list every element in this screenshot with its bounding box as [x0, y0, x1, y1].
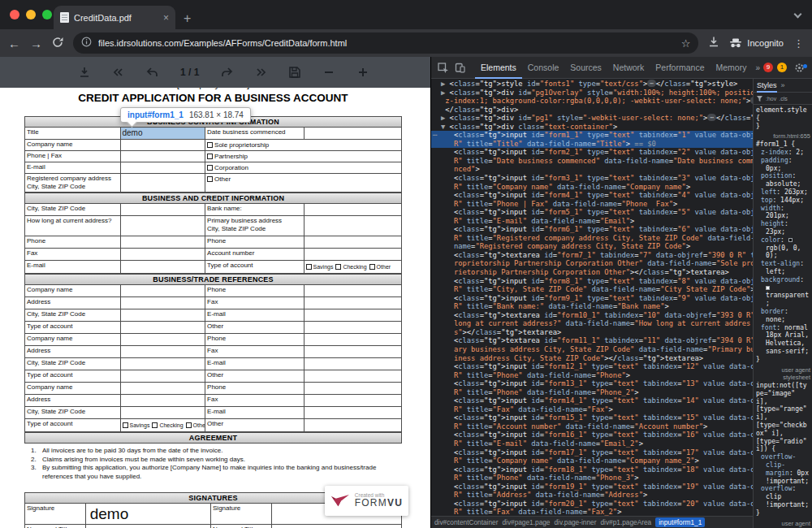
checkbox-option[interactable]: Sole proprietorship: [205, 140, 401, 150]
checkbox-option[interactable]: Other: [205, 174, 401, 192]
css-declaration[interactable]: border: none;: [758, 308, 810, 324]
code-line[interactable]: R" title="Bank name:" data-field-name="B…: [431, 302, 753, 311]
undo-icon[interactable]: [146, 66, 159, 79]
css-declaration[interactable]: top: 144px;: [758, 197, 810, 205]
code-line[interactable]: z-index:1; background-color:rgba(0,0,0,0…: [431, 97, 753, 106]
checkbox-option[interactable]: Corporation: [205, 162, 401, 173]
sidebar-more-tabs[interactable]: »: [781, 81, 785, 89]
checkbox-icon[interactable]: [207, 154, 213, 159]
code-line[interactable]: R" title="City, State ZIP Code" data-fie…: [431, 285, 753, 294]
breadcrumb-item[interactable]: div#contentContainer: [434, 518, 498, 526]
code-line[interactable]: <class="tg">input id="form6_1" type="tex…: [431, 225, 753, 234]
tab-performance[interactable]: Performance: [650, 57, 710, 79]
form-input-cell[interactable]: [121, 285, 206, 296]
tab-memory[interactable]: Memory: [710, 57, 752, 79]
form-input-cell[interactable]: [121, 383, 206, 394]
form-input-cell[interactable]: [121, 395, 206, 406]
form-input-cell[interactable]: [304, 334, 401, 345]
elements-tree[interactable]: ▶ <class="tg">style id="fonts1" type="te…: [431, 79, 753, 516]
new-tab-button[interactable]: +: [184, 11, 191, 26]
form-input-cell[interactable]: [304, 383, 401, 394]
code-line[interactable]: R" title="Phone" data-field-name="Phone_…: [431, 474, 753, 483]
code-line[interactable]: <class="tg">input id="form18_1" type="te…: [431, 465, 753, 474]
code-line[interactable]: <class="tg">textarea id="form11_1" tabin…: [431, 336, 753, 345]
window-minimize-button[interactable]: [26, 10, 36, 19]
form-input-cell[interactable]: [304, 407, 401, 418]
tab-search-chevron-icon[interactable]: [794, 11, 802, 19]
checkbox-icon[interactable]: [207, 176, 213, 182]
code-line[interactable]: <class="tg">input id="form13_1" type="te…: [431, 379, 753, 388]
code-line[interactable]: long at current address?" data-field-nam…: [431, 319, 753, 328]
form-input-cell[interactable]: [121, 204, 206, 215]
zoom-out-icon[interactable]: [322, 66, 335, 79]
form-input-cell[interactable]: [304, 128, 401, 139]
form-input-cell[interactable]: [121, 249, 206, 260]
css-declaration[interactable]: position: absolute;: [758, 172, 810, 188]
code-line[interactable]: <class="tg">input id="form15_1" type="te…: [431, 413, 753, 422]
form-input-cell[interactable]: [121, 151, 206, 162]
code-line[interactable]: <class="tg">input id="form16_1" type="te…: [431, 431, 753, 439]
code-line[interactable]: <class="tg">input id="form14_1" type="te…: [431, 396, 753, 405]
checkbox-option[interactable]: Partnership: [205, 151, 401, 162]
form-input-cell[interactable]: [304, 322, 401, 333]
save-icon[interactable]: [288, 66, 301, 79]
back-button[interactable]: ←: [8, 37, 20, 50]
code-line[interactable]: R" title="E-mail" data-field-name="Email…: [431, 217, 753, 226]
code-line[interactable]: R" title="Company name" data-field-name=…: [431, 183, 753, 192]
code-line[interactable]: <class="tg">input id="form8_1" type="tex…: [431, 277, 753, 286]
css-declaration[interactable]: background: transparent;: [758, 276, 810, 308]
code-line[interactable]: iness address City, State ZIP Code"></cl…: [431, 354, 753, 363]
code-line[interactable]: ▶ <class="tg">div id="pg1Overlay" style=…: [431, 89, 753, 97]
device-toolbar-icon[interactable]: [451, 63, 469, 73]
checkbox-icon[interactable]: [369, 264, 375, 270]
css-declaration[interactable]: font: normal 18px Arial, Helvetica, sans…: [758, 324, 810, 356]
form-input-cell[interactable]: [272, 525, 401, 528]
class-button[interactable]: .cls: [779, 96, 788, 102]
code-line[interactable]: ▶ <class="tg">style id="fonts1" type="te…: [431, 80, 753, 89]
breadcrumb-item[interactable]: div.page-inner: [554, 518, 596, 526]
form-input-cell[interactable]: [304, 204, 401, 215]
form-input-cell[interactable]: [121, 174, 206, 192]
element-style-selector[interactable]: element.style {: [756, 106, 810, 123]
form-input-cell[interactable]: [121, 162, 206, 173]
code-line[interactable]: <class="tg">input id="form9_1" type="tex…: [431, 294, 753, 303]
checkbox-icon[interactable]: [186, 422, 192, 428]
zoom-in-icon[interactable]: [356, 66, 369, 79]
checkbox-icon[interactable]: [306, 264, 312, 270]
form-input-cell[interactable]: [304, 395, 401, 406]
checkbox-group[interactable]: SavingsCheckingOther: [304, 261, 401, 273]
more-tabs-button[interactable]: »: [752, 63, 763, 72]
checkbox-icon[interactable]: [207, 142, 213, 148]
tab-sources[interactable]: Sources: [564, 57, 607, 79]
code-line[interactable]: ary business address City, State ZIP Cod…: [431, 345, 753, 354]
code-line[interactable]: <class="tg">input id="form3_1" type="tex…: [431, 174, 753, 183]
undo-all-icon[interactable]: [112, 66, 125, 79]
form-input-cell[interactable]: [86, 525, 211, 528]
code-line[interactable]: roprietorship Partnership Corporation Ot…: [431, 259, 753, 268]
tab-elements[interactable]: Elements: [475, 57, 522, 79]
css-declaration[interactable]: height: 23px;: [758, 220, 810, 236]
signature-value[interactable]: demo: [86, 504, 211, 524]
form-input-cell[interactable]: [304, 346, 401, 357]
code-line[interactable]: <class="tg">input id="form12_1" type="te…: [431, 362, 753, 371]
address-bar[interactable]: files.idrsolutions.com/Examples/AFForms/…: [73, 32, 698, 54]
code-line[interactable]: R" title="Registered company address Cit…: [431, 234, 753, 243]
form-input-cell[interactable]: [121, 236, 206, 248]
form-input-cell[interactable]: [304, 249, 401, 260]
form-input-cell[interactable]: [304, 309, 401, 321]
form-input-cell[interactable]: [121, 358, 206, 370]
download-page-icon[interactable]: [78, 66, 91, 79]
form-input-cell[interactable]: [121, 334, 206, 345]
form-input-cell[interactable]: [121, 140, 206, 150]
style-rule-selector[interactable]: #form1_1 {: [756, 141, 810, 149]
highlighted-form-input[interactable]: demo: [121, 128, 206, 139]
code-line[interactable]: <class="tg">textarea id="form7_1" tabind…: [431, 251, 753, 260]
code-line[interactable]: <class="tg">input id="form17_1" type="te…: [431, 448, 753, 457]
window-fullscreen-button[interactable]: [42, 10, 52, 19]
code-line[interactable]: R" title="Account number" data-field-nam…: [431, 422, 753, 431]
code-line[interactable]: R" title="E-mail" data-field-name="Email…: [431, 439, 753, 448]
error-count-badge[interactable]: 9: [763, 63, 773, 72]
tab-console[interactable]: Console: [522, 57, 565, 79]
redo-icon[interactable]: [220, 66, 233, 79]
code-line[interactable]: <class="tg">input id="form19_1" type="te…: [431, 483, 753, 491]
